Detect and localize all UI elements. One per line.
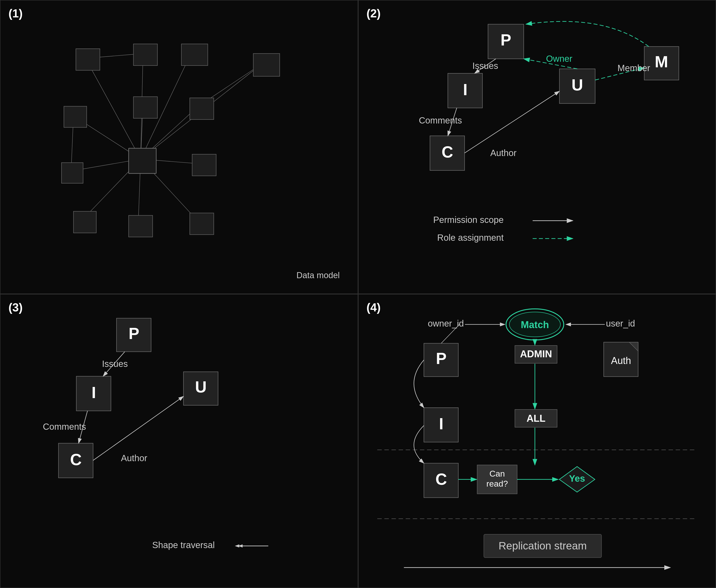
svg-text:Match: Match: [521, 319, 549, 330]
svg-text:Author: Author: [121, 453, 147, 463]
panel-4-diagram: Match owner_id user_id P ADMIN Auth: [359, 294, 716, 588]
svg-rect-22: [129, 148, 156, 173]
svg-text:ADMIN: ADMIN: [520, 349, 552, 359]
data-model-label: Data model: [296, 271, 340, 280]
panel-3-diagram: P I U C Issues Comments Author Shape tra…: [0, 294, 358, 588]
svg-rect-17: [181, 44, 208, 65]
svg-text:owner_id: owner_id: [428, 318, 464, 328]
svg-text:Issues: Issues: [472, 61, 498, 71]
panel-2-diagram: P I U M C Issues Comments Author: [359, 0, 716, 294]
svg-text:U: U: [195, 378, 207, 396]
svg-rect-26: [129, 215, 153, 237]
panel-3: (3) P I: [0, 294, 358, 588]
svg-text:user_id: user_id: [606, 318, 635, 328]
svg-text:C: C: [435, 470, 447, 488]
svg-line-0: [86, 58, 140, 159]
svg-text:Yes: Yes: [569, 473, 585, 484]
svg-text:Owner: Owner: [546, 54, 572, 64]
svg-text:Role assignment: Role assignment: [437, 233, 503, 243]
svg-text:P: P: [436, 350, 447, 368]
svg-rect-19: [64, 106, 87, 127]
svg-text:I: I: [439, 415, 443, 433]
svg-text:P: P: [500, 31, 511, 49]
svg-text:C: C: [441, 143, 453, 161]
svg-text:M: M: [655, 53, 668, 71]
svg-rect-25: [73, 211, 96, 233]
svg-text:Issues: Issues: [102, 359, 128, 369]
svg-text:ALL: ALL: [526, 413, 545, 424]
svg-text:Comments: Comments: [43, 422, 86, 432]
svg-text:Comments: Comments: [419, 115, 462, 125]
svg-text:C: C: [70, 451, 82, 468]
svg-rect-16: [133, 44, 157, 65]
svg-text:U: U: [571, 76, 583, 94]
svg-text:Author: Author: [490, 148, 516, 158]
svg-text:Auth: Auth: [611, 355, 631, 366]
svg-rect-15: [76, 48, 100, 70]
svg-text:I: I: [463, 81, 467, 99]
svg-rect-27: [190, 213, 214, 234]
svg-rect-18: [253, 54, 280, 76]
panel-1-diagram: Data model: [0, 0, 358, 294]
svg-text:I: I: [92, 384, 96, 401]
svg-rect-23: [192, 154, 216, 176]
svg-text:Replication stream: Replication stream: [499, 540, 587, 552]
svg-rect-24: [62, 163, 83, 183]
panel-1: (1): [0, 0, 358, 294]
svg-text:Permission scope: Permission scope: [433, 215, 503, 225]
svg-text:Can: Can: [490, 469, 505, 478]
panel-4: (4) Match owner_id user_id: [358, 294, 716, 588]
svg-text:Member: Member: [617, 63, 650, 73]
svg-rect-21: [190, 98, 214, 120]
svg-text:read?: read?: [486, 479, 508, 488]
panel-2: (2) P I U: [358, 0, 716, 294]
svg-text:P: P: [129, 324, 139, 342]
svg-rect-20: [133, 97, 157, 118]
svg-text:Shape traversal: Shape traversal: [152, 540, 215, 550]
